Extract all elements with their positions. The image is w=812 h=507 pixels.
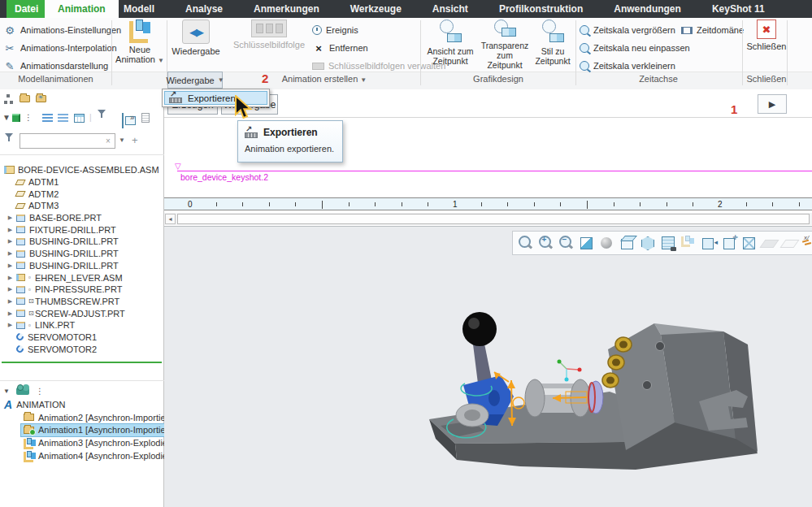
tree-item[interactable]: ▶ BUSHING-DRILL.PRT: [0, 248, 164, 260]
remove-button[interactable]: × Entfernen: [312, 40, 368, 56]
expand-arrow-icon[interactable]: ▶: [5, 298, 15, 305]
tree-item[interactable]: ▶ ▫ PIN-PRESSURE.PRT: [0, 284, 164, 296]
tree-item[interactable]: ▶ ▫ LINK.PRT: [0, 319, 164, 332]
ribbon-tab[interactable]: Anmerkungen: [244, 0, 329, 18]
animation-item[interactable]: Animation2 [Asynchron-Importiert]: [0, 411, 164, 424]
collapse-all-icon[interactable]: [58, 114, 68, 123]
tree-item[interactable]: ▶ ▫ EHREN_LEVER.ASM: [0, 271, 164, 284]
animation-item[interactable]: Animation3 [Asynchron-Explodieren]: [0, 436, 164, 449]
tree-search-input[interactable]: [20, 133, 115, 149]
search-options-icon[interactable]: ▼: [119, 136, 125, 144]
show-geometry-icon[interactable]: [12, 114, 20, 122]
animation-track-label[interactable]: bore_device_keyshot.2: [180, 172, 268, 182]
scroll-left-button[interactable]: ◂: [165, 214, 176, 224]
collapse-arrow-icon[interactable]: ▼: [3, 388, 10, 395]
new-animation-button[interactable]: Neue Animation ▼: [114, 20, 166, 70]
appearance-gallery-icon[interactable]: [638, 233, 657, 253]
folder-browser-tab[interactable]: [18, 91, 32, 106]
animation-interpolation-button[interactable]: ✂ Animations-Interpolation: [3, 40, 117, 56]
expand-arrow-icon[interactable]: ▶: [5, 310, 15, 317]
projector-icon[interactable]: [16, 388, 29, 395]
view-at-time-button[interactable]: Ansicht zum Zeitpunkt: [423, 20, 477, 70]
expand-all-icon[interactable]: [42, 114, 53, 123]
expand-arrow-icon[interactable]: ▶: [5, 214, 15, 221]
timescale-zoom-out-button[interactable]: Zeitskala verkleinern: [580, 58, 675, 74]
playback-group-dropdown-open[interactable]: Wiedergabe▼: [167, 72, 223, 89]
tree-item-icon: [16, 322, 25, 329]
view-manager-icon[interactable]: [658, 233, 677, 253]
ribbon-tab[interactable]: Modell: [114, 0, 164, 18]
render-style-icon[interactable]: [597, 233, 616, 253]
overflow-dots-icon[interactable]: ⋮: [36, 387, 44, 396]
time-domain-button[interactable]: Zeitdomäne: [681, 22, 744, 38]
tree-item[interactable]: ▶ FIXTURE-DRILL.PRT: [0, 223, 164, 236]
expand-arrow-icon[interactable]: ▶: [5, 286, 15, 292]
expand-arrow-icon[interactable]: ▶: [5, 262, 15, 269]
tree-copy-icon[interactable]: [122, 113, 124, 128]
tree-item[interactable]: ▶ BUSHING-DRILL.PRT: [0, 260, 164, 272]
play-button[interactable]: ▶: [758, 94, 787, 114]
coordinate-axes-icon[interactable]: [801, 233, 812, 253]
tree-filter-icon[interactable]: [98, 110, 106, 128]
style-at-time-button[interactable]: Stil zu Zeitpunkt: [532, 20, 573, 70]
saved-views-icon[interactable]: [618, 233, 636, 253]
tree-columns-icon[interactable]: [74, 114, 85, 123]
transparency-at-time-button[interactable]: Transparenz zum Zeitpunkt: [479, 20, 531, 70]
refit-icon[interactable]: [516, 233, 535, 253]
playback-button[interactable]: ◀▶ Wiedergabe: [169, 20, 223, 70]
expand-arrow-icon[interactable]: ▶: [5, 250, 15, 257]
animation-item[interactable]: Animation4 [Asynchron-Explodieren]: [0, 449, 164, 462]
datum-display-icon[interactable]: [719, 233, 738, 253]
zoom-out-icon[interactable]: −: [557, 233, 575, 253]
event-button[interactable]: Ereignis: [312, 22, 358, 38]
animation-list-header[interactable]: A ANIMATION: [0, 398, 164, 411]
scrollbar-thumb[interactable]: [177, 214, 810, 224]
3d-model-viewport[interactable]: [406, 299, 780, 488]
perspective-view-icon[interactable]: [740, 233, 758, 253]
add-filter-icon[interactable]: +: [132, 134, 138, 146]
tree-item[interactable]: ▶ SERVOMOTOR1: [0, 332, 164, 344]
ribbon-tab[interactable]: KeyShot 11: [702, 0, 775, 18]
timescale-refit-button[interactable]: Zeitskala neu einpassen: [580, 40, 690, 56]
expand-arrow-icon[interactable]: ▶: [5, 227, 15, 233]
tree-settings-doc-icon[interactable]: [141, 113, 150, 123]
tab-animation-active[interactable]: Animation: [45, 0, 119, 18]
animation-settings-button[interactable]: ⚙ Animations-Einstellungen: [3, 22, 121, 38]
timescale-zoom-in-button[interactable]: Zeitskala vergrößern: [580, 22, 675, 38]
tree-root-item[interactable]: BORE-DEVICE-ASSEMBLED.ASM: [0, 164, 164, 176]
clear-search-icon[interactable]: ×: [106, 136, 111, 145]
close-button[interactable]: ✖ Schließen: [745, 20, 788, 70]
model-tree-tab[interactable]: [2, 91, 15, 106]
repaint-icon[interactable]: [577, 233, 596, 253]
tree-item[interactable]: ▶ SERVOMOTOR2: [0, 343, 164, 355]
tree-item[interactable]: ▶ ADTM1: [0, 176, 164, 188]
tree-item[interactable]: ▶ ⊡ THUMBSCREW.PRT: [0, 296, 164, 308]
tree-item[interactable]: ▶ BUSHING-DRILL.PRT: [0, 236, 164, 248]
graphics-area[interactable]: +−: [164, 227, 812, 507]
section-view-icon[interactable]: [699, 233, 718, 253]
overflow-dots-icon[interactable]: ⋮: [24, 113, 33, 122]
ribbon-tab[interactable]: Anwendungen: [604, 0, 691, 18]
animation-item[interactable]: Animation1 [Asynchron-Importiert]: [0, 424, 164, 437]
ribbon-tab[interactable]: Analyse: [176, 0, 232, 18]
collapse-arrow-icon[interactable]: ▼: [2, 113, 11, 122]
animation-display-button[interactable]: ✎ Animationsdarstellung: [3, 58, 108, 74]
timeline-marker-icon[interactable]: ▽: [175, 162, 181, 171]
expand-arrow-icon[interactable]: ▶: [5, 275, 15, 281]
tree-item[interactable]: ▶ ADTM3: [0, 200, 164, 212]
tree-item[interactable]: ▶ ADTM2: [0, 188, 164, 200]
more-tools-icon[interactable]: »: [130, 113, 135, 122]
animation-item-icon: [24, 427, 34, 434]
ribbon-tab[interactable]: Ansicht: [423, 0, 478, 18]
group-label-create-animation[interactable]: Animation erstellen ▼: [230, 74, 419, 84]
tree-item[interactable]: ▶ ⊡ SCREW-ADJUST.PRT: [0, 307, 164, 319]
tab-datei[interactable]: Datei: [7, 0, 46, 18]
tree-item[interactable]: ▶ BASE-BORE.PRT: [0, 212, 164, 224]
zoom-in-icon[interactable]: +: [536, 233, 555, 253]
timeline-ruler[interactable]: 012: [164, 197, 812, 210]
favorites-tab[interactable]: [34, 91, 48, 106]
ribbon-tab[interactable]: Profilkonstruktion: [489, 0, 593, 18]
expand-arrow-icon[interactable]: ▶: [5, 322, 15, 328]
ribbon-tab[interactable]: Werkzeuge: [341, 0, 411, 18]
expand-arrow-icon[interactable]: ▶: [5, 238, 15, 245]
